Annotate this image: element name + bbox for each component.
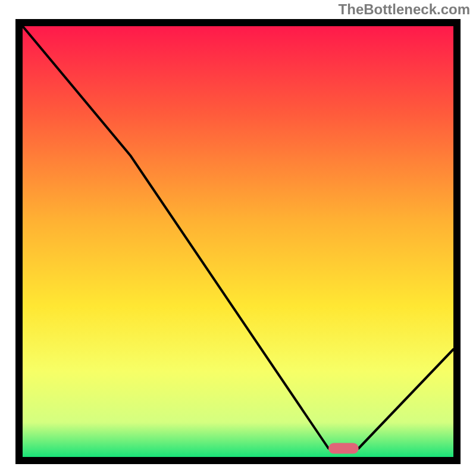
- watermark-text: TheBottleneck.com: [339, 1, 470, 18]
- optimal-marker: [328, 443, 359, 454]
- plot-background: [23, 26, 453, 457]
- bottleneck-chart: [0, 0, 476, 476]
- chart-frame: TheBottleneck.com: [0, 0, 476, 476]
